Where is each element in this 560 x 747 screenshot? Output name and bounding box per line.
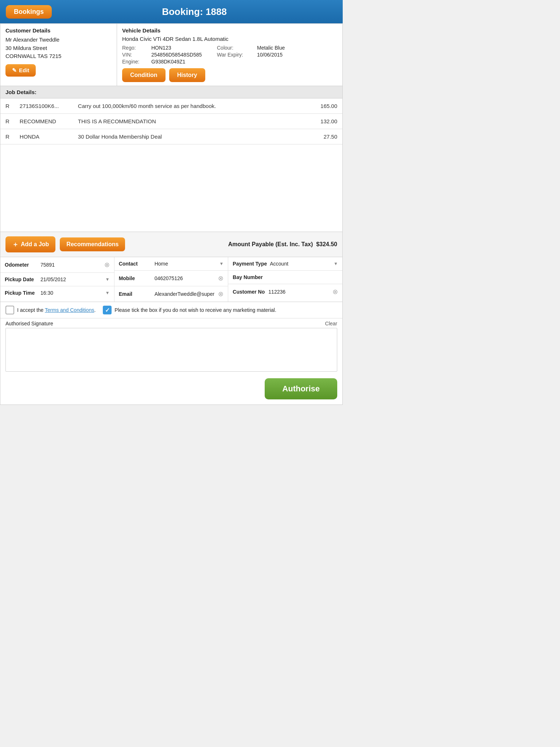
odometer-row: Odometer 75891 ⊗ — [0, 257, 114, 273]
terms-link[interactable]: Terms and Conditions — [45, 307, 94, 313]
bay-number-row: Bay Number — [228, 271, 342, 284]
payment-type-value: Account — [270, 261, 332, 267]
rego-value: HON123 — [151, 45, 217, 51]
job-amount: 165.00 — [301, 98, 342, 114]
job-description: Carry out 100,000km/60 month service as … — [73, 98, 301, 114]
condition-button[interactable]: Condition — [122, 68, 166, 82]
email-clear-icon[interactable]: ⊗ — [218, 290, 223, 298]
email-row: Email AlexanderTweddle@super ⊗ — [114, 286, 228, 302]
payment-type-label: Payment Type — [233, 261, 267, 267]
signature-area: Authorised Signature Clear — [0, 318, 342, 373]
terms-checkbox-item: I accept the Terms and Conditions. — [5, 306, 96, 314]
table-row: R 27136S100K6... Carry out 100,000km/60 … — [0, 98, 342, 114]
form-col-3: Payment Type Account ▼ Bay Number Custom… — [228, 257, 342, 302]
marketing-checkbox-item: ✓ Please tick the box if you do not wish… — [103, 306, 276, 314]
mobile-row: Mobile 0462075126 ⊗ — [114, 271, 228, 286]
war-expiry-label: War Expiry: — [217, 52, 257, 58]
edit-button[interactable]: ✎ Edit — [5, 64, 36, 77]
job-prefix: R — [0, 114, 15, 129]
page-title: Booking: 1888 — [52, 6, 337, 18]
pickup-date-row: Pickup Date 21/05/2012 ▼ — [0, 273, 114, 286]
top-details: Customer Details Mr Alexander Tweddle 30… — [0, 24, 342, 86]
war-expiry-value: 10/06/2015 — [257, 52, 337, 58]
signature-header: Authorised Signature Clear — [5, 321, 337, 326]
header: Bookings Booking: 1888 — [0, 0, 343, 23]
marketing-text: Please tick the box if you do not wish t… — [114, 307, 276, 313]
authorise-button[interactable]: Authorise — [265, 378, 337, 399]
pickup-date-dropdown-icon[interactable]: ▼ — [105, 277, 110, 282]
main-content: Customer Details Mr Alexander Tweddle 30… — [0, 23, 343, 405]
terms-checkbox[interactable] — [5, 306, 14, 314]
pickup-date-value: 21/05/2012 — [40, 276, 102, 282]
job-code: 27136S100K6... — [15, 98, 73, 114]
customer-section: Customer Details Mr Alexander Tweddle 30… — [0, 24, 117, 86]
bookings-button[interactable]: Bookings — [6, 5, 52, 19]
job-description: THIS IS A RECOMMENDATION — [73, 114, 301, 129]
customer-no-clear-icon[interactable]: ⊗ — [332, 288, 338, 296]
contact-dropdown-icon[interactable]: ▼ — [219, 261, 223, 266]
job-table: R 27136S100K6... Carry out 100,000km/60 … — [0, 98, 342, 144]
vin-label: VIN: — [122, 52, 151, 58]
empty-jobs-area — [0, 144, 342, 232]
contact-row: Contact Home ▼ — [114, 257, 228, 271]
job-details-header: Job Details: — [0, 86, 342, 98]
rego-label: Rego: — [122, 45, 151, 51]
clear-signature-button[interactable]: Clear — [325, 321, 337, 326]
amount-payable: Amount Payable (Est. Inc. Tax) $324.50 — [228, 241, 337, 248]
terms-text: I accept the Terms and Conditions. — [17, 307, 96, 313]
pickup-time-dropdown-icon[interactable]: ▼ — [105, 290, 110, 295]
job-prefix: R — [0, 98, 15, 114]
payment-type-row: Payment Type Account ▼ — [228, 257, 342, 271]
vehicle-section-title: Vehicle Details — [122, 27, 337, 34]
job-prefix: R — [0, 129, 15, 144]
job-description: 30 Dollar Honda Membership Deal — [73, 129, 301, 144]
bottom-toolbar: ＋ Add a Job Recommendations Amount Payab… — [0, 232, 342, 257]
marketing-checkbox[interactable]: ✓ — [103, 306, 112, 314]
pickup-date-label: Pickup Date — [5, 276, 38, 282]
email-value: AlexanderTweddle@super — [155, 291, 215, 297]
colour-label: Colour: — [217, 45, 257, 51]
vehicle-grid: Rego: HON123 Colour: Metalic Blue VIN: 2… — [122, 45, 337, 65]
bay-number-label: Bay Number — [233, 274, 265, 280]
form-col-2: Contact Home ▼ Mobile 0462075126 ⊗ Email… — [114, 257, 229, 302]
vehicle-section: Vehicle Details Honda Civic VTi 4DR Seda… — [117, 24, 342, 86]
signature-label: Authorised Signature — [5, 321, 53, 326]
vin-value: 254856D58548SD585 — [151, 52, 217, 58]
customer-no-label: Customer No — [233, 289, 265, 295]
add-job-button[interactable]: ＋ Add a Job — [5, 236, 55, 252]
contact-value: Home — [155, 261, 218, 267]
plus-icon: ＋ — [12, 240, 19, 249]
pickup-time-value: 16:30 — [40, 290, 102, 296]
job-code: RECOMMEND — [15, 114, 73, 129]
customer-name: Mr Alexander Tweddle 30 Mildura Street C… — [5, 36, 112, 61]
pickup-time-row: Pickup Time 16:30 ▼ — [0, 286, 114, 299]
engine-value: G938DK049Z1 — [151, 59, 217, 65]
odometer-value: 75891 — [40, 262, 101, 268]
table-row: R RECOMMEND THIS IS A RECOMMENDATION 132… — [0, 114, 342, 129]
form-col-1: Odometer 75891 ⊗ Pickup Date 21/05/2012 … — [0, 257, 114, 302]
form-section: Odometer 75891 ⊗ Pickup Date 21/05/2012 … — [0, 257, 342, 302]
authorise-container: Authorise — [0, 373, 342, 405]
engine-label: Engine: — [122, 59, 151, 65]
recommendations-button[interactable]: Recommendations — [60, 237, 125, 251]
edit-icon: ✎ — [12, 67, 17, 74]
job-amount: 132.00 — [301, 114, 342, 129]
vehicle-model: Honda Civic VTi 4DR Sedan 1.8L Automatic — [122, 36, 337, 42]
job-code: HONDA — [15, 129, 73, 144]
signature-box[interactable] — [5, 328, 337, 372]
checkbox-row: I accept the Terms and Conditions. ✓ Ple… — [0, 302, 342, 318]
payment-type-select[interactable]: Account ▼ — [270, 261, 338, 267]
odometer-clear-icon[interactable]: ⊗ — [104, 261, 110, 269]
mobile-value: 0462075126 — [155, 275, 215, 281]
customer-no-row: Customer No 112236 ⊗ — [228, 284, 342, 299]
payment-type-dropdown-icon[interactable]: ▼ — [334, 261, 338, 266]
mobile-clear-icon[interactable]: ⊗ — [218, 274, 223, 282]
email-label: Email — [119, 291, 152, 297]
contact-label: Contact — [119, 261, 152, 267]
pickup-time-label: Pickup Time — [5, 290, 38, 296]
customer-section-title: Customer Details — [5, 27, 112, 34]
history-button[interactable]: History — [169, 68, 205, 82]
mobile-label: Mobile — [119, 275, 152, 281]
odometer-label: Odometer — [5, 262, 38, 268]
contact-select[interactable]: Home ▼ — [155, 261, 224, 267]
